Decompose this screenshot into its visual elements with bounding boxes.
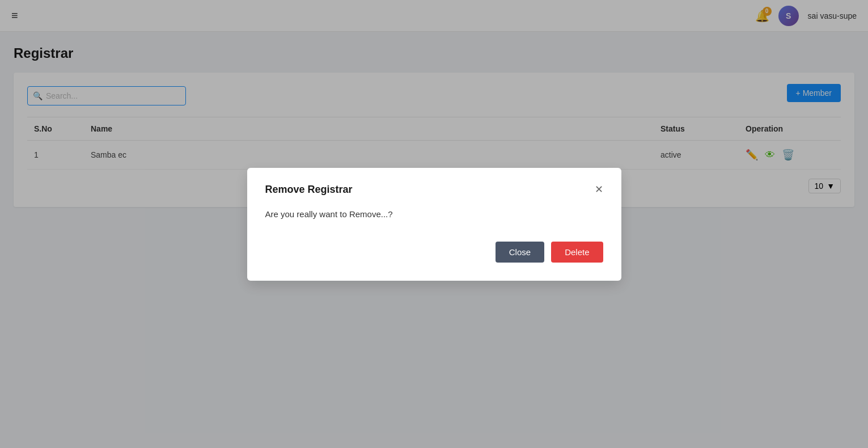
- delete-modal-button[interactable]: Delete: [551, 242, 603, 263]
- remove-registrar-modal: Remove Registrar ✕ Are you really want t…: [247, 168, 621, 281]
- modal-close-button[interactable]: ✕: [595, 184, 603, 195]
- close-modal-button[interactable]: Close: [496, 242, 544, 263]
- modal-footer: Close Delete: [265, 242, 603, 263]
- modal-title: Remove Registrar: [265, 184, 353, 196]
- modal-overlay: Remove Registrar ✕ Are you really want t…: [0, 0, 868, 448]
- modal-header: Remove Registrar ✕: [265, 184, 603, 196]
- modal-body: Are you really want to Remove...?: [265, 209, 603, 219]
